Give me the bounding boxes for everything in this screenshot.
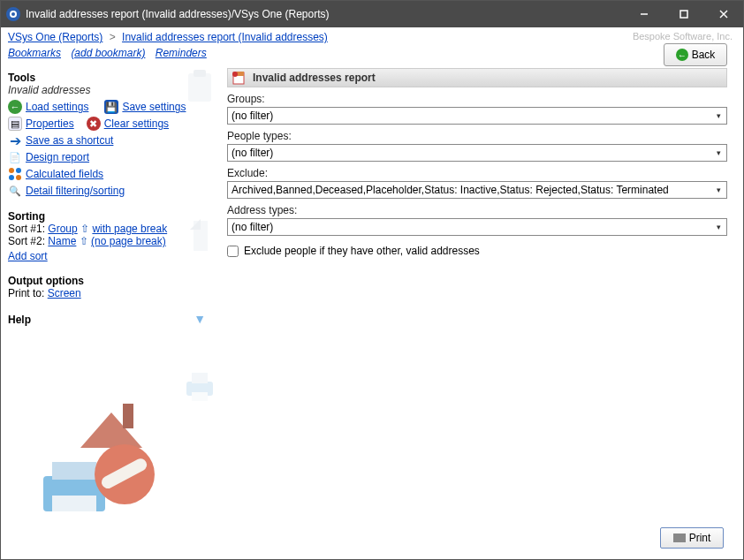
reminders-link[interactable]: Reminders — [156, 47, 207, 59]
bookmarks-link[interactable]: Bookmarks — [8, 47, 61, 59]
back-button-label: Back — [692, 49, 716, 61]
groups-label: Groups: — [227, 93, 727, 105]
svg-rect-6 — [188, 73, 211, 102]
content-panel: Invalid addresses report Groups: (no fil… — [222, 63, 743, 524]
address-types-combo[interactable]: (no filter) ▾ — [227, 218, 727, 236]
document-icon — [181, 217, 218, 254]
dropdown-arrow-icon: ▾ — [712, 221, 725, 233]
svg-point-15 — [9, 175, 14, 180]
sort2-field-link[interactable]: Name — [48, 235, 76, 247]
report-icon — [232, 70, 247, 86]
groups-combo[interactable]: (no filter) ▾ — [227, 107, 727, 125]
back-arrow-icon: ← — [676, 49, 688, 61]
sort-up-icon-2: ⇧ — [80, 235, 91, 247]
breadcrumb-root[interactable]: VSys One (Reports) — [8, 31, 102, 43]
detail-filter-link[interactable]: Detail filtering/sorting — [26, 185, 125, 197]
add-sort-link[interactable]: Add sort — [8, 250, 48, 262]
svg-point-13 — [9, 168, 14, 173]
svg-point-1 — [11, 12, 15, 16]
svg-point-14 — [16, 168, 21, 173]
load-icon: ← — [8, 100, 22, 114]
help-expand-icon[interactable]: ▼ — [194, 312, 206, 326]
exclude-combo[interactable]: Archived,Banned,Deceased,Placeholder,Sta… — [227, 181, 727, 199]
print-button-label: Print — [689, 532, 711, 544]
dropdown-arrow-icon: ▾ — [712, 110, 725, 122]
sublinks: Bookmarks (add bookmark) Reminders — [8, 47, 214, 59]
svg-rect-19 — [52, 496, 96, 511]
load-settings-link[interactable]: Load settings — [26, 101, 88, 113]
printer-icon — [181, 367, 218, 405]
sort1-prefix: Sort #1: — [8, 223, 48, 235]
properties-link[interactable]: Properties — [26, 117, 74, 130]
sort1-field-link[interactable]: Group — [48, 223, 77, 235]
svg-point-25 — [232, 72, 238, 77]
svg-rect-12 — [192, 392, 208, 401]
people-types-value: (no filter) — [232, 147, 273, 159]
close-button[interactable] — [703, 1, 743, 27]
sidebar: Tools Invalid addresses ← Load settings … — [1, 63, 222, 524]
titlebar: Invalid addresses report (Invalid addres… — [1, 1, 743, 27]
sort-up-icon: ⇧ — [80, 223, 92, 235]
print-to-prefix: Print to: — [8, 287, 48, 299]
design-icon: 📄 — [8, 150, 22, 164]
exclude-people-label: Exclude people if they have other, valid… — [244, 245, 480, 257]
svg-rect-18 — [52, 462, 96, 480]
print-button[interactable]: Print — [660, 527, 724, 549]
app-icon — [6, 7, 20, 21]
save-icon: 💾 — [104, 100, 118, 114]
add-bookmark-link[interactable]: (add bookmark) — [71, 47, 145, 59]
filter-icon: 🔍 — [8, 184, 22, 198]
clear-settings-link[interactable]: Clear settings — [104, 117, 169, 130]
brand-text: Bespoke Software, Inc. — [633, 31, 733, 42]
dropdown-arrow-icon: ▾ — [712, 147, 725, 159]
svg-rect-7 — [194, 70, 206, 77]
svg-rect-3 — [680, 11, 687, 18]
maximize-button[interactable] — [664, 1, 703, 27]
print-icon — [673, 534, 686, 542]
sort2-break-link[interactable]: (no page break) — [91, 235, 166, 247]
footer: Print — [1, 524, 743, 559]
people-types-label: People types: — [227, 130, 727, 142]
minimize-button[interactable] — [624, 1, 664, 27]
address-types-label: Address types: — [227, 204, 727, 216]
breadcrumb: VSys One (Reports) > Invalid addresses r… — [8, 31, 328, 43]
shortcut-icon: ➔ — [8, 133, 22, 148]
exclude-people-checkbox[interactable] — [227, 246, 239, 257]
breadcrumb-current[interactable]: Invalid addresses report (Invalid addres… — [122, 31, 328, 43]
address-types-value: (no filter) — [232, 221, 273, 233]
svg-rect-11 — [192, 373, 208, 383]
top-row: VSys One (Reports) > Invalid addresses r… — [1, 27, 743, 63]
print-to-link[interactable]: Screen — [48, 287, 81, 299]
window-title: Invalid addresses report (Invalid addres… — [26, 8, 624, 20]
print-to-row: Print to: Screen — [8, 287, 215, 299]
calc-fields-link[interactable]: Calculated fields — [26, 168, 103, 180]
dropdown-arrow-icon: ▾ — [712, 184, 725, 196]
calc-icon — [8, 167, 22, 181]
clear-icon: ✖ — [87, 117, 101, 131]
svg-point-16 — [16, 175, 21, 180]
panel-title: Invalid addresses report — [253, 72, 376, 84]
exclude-label: Exclude: — [227, 167, 727, 179]
clipboard-icon — [181, 68, 218, 105]
sort2-prefix: Sort #2: — [8, 235, 48, 247]
exclude-value: Archived,Banned,Deceased,Placeholder,Sta… — [232, 184, 669, 196]
house-printer-illustration — [36, 404, 178, 518]
design-report-link[interactable]: Design report — [26, 151, 89, 163]
help-header: Help — [8, 314, 31, 326]
output-header: Output options — [8, 275, 215, 287]
save-settings-link[interactable]: Save settings — [122, 101, 186, 113]
properties-icon: ▤ — [8, 117, 22, 131]
breadcrumb-separator: > — [110, 31, 116, 43]
people-types-combo[interactable]: (no filter) ▾ — [227, 144, 727, 162]
save-shortcut-link[interactable]: Save as a shortcut — [26, 134, 113, 147]
svg-marker-9 — [190, 219, 201, 230]
panel-header: Invalid addresses report — [227, 68, 727, 87]
groups-value: (no filter) — [232, 110, 273, 122]
sort1-break-link[interactable]: with page break — [92, 223, 167, 235]
svg-rect-21 — [123, 404, 133, 428]
